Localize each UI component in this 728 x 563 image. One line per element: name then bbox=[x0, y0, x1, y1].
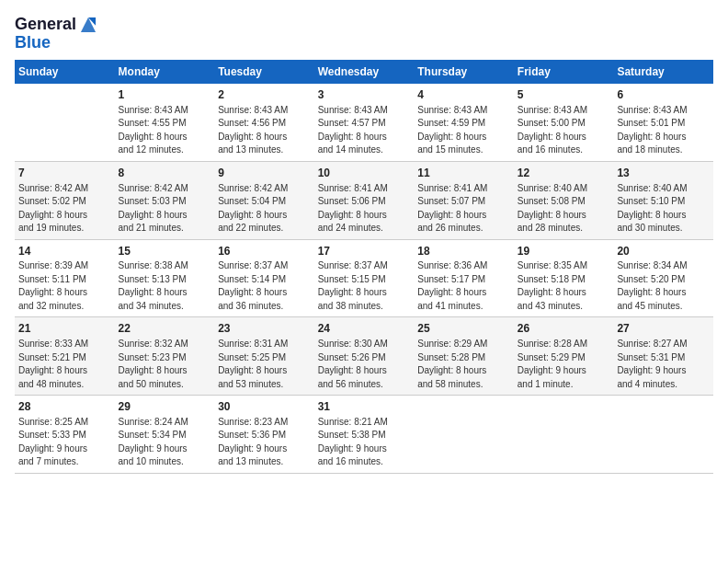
day-info: Sunrise: 8:43 AMSunset: 4:59 PMDaylight:… bbox=[417, 104, 510, 157]
day-info: Sunrise: 8:29 AMSunset: 5:28 PMDaylight:… bbox=[417, 338, 510, 391]
day-info: Sunrise: 8:41 AMSunset: 5:07 PMDaylight:… bbox=[417, 182, 510, 236]
logo: General Blue bbox=[15, 15, 98, 52]
page-header: General Blue bbox=[15, 15, 713, 52]
calendar-table: SundayMondayTuesdayWednesdayThursdayFrid… bbox=[15, 60, 713, 474]
day-cell bbox=[514, 396, 614, 474]
day-cell: 6Sunrise: 8:43 AMSunset: 5:01 PMDaylight… bbox=[613, 84, 713, 161]
logo-text: General bbox=[15, 16, 76, 34]
day-number: 12 bbox=[518, 166, 610, 181]
day-info: Sunrise: 8:41 AMSunset: 5:06 PMDaylight:… bbox=[318, 182, 411, 236]
day-info: Sunrise: 8:39 AMSunset: 5:11 PMDaylight:… bbox=[18, 259, 111, 313]
day-cell: 2Sunrise: 8:43 AMSunset: 4:56 PMDaylight… bbox=[214, 84, 314, 161]
day-number: 22 bbox=[119, 321, 211, 337]
day-number: 17 bbox=[318, 244, 411, 259]
day-number: 10 bbox=[318, 166, 411, 181]
day-number: 3 bbox=[318, 87, 411, 103]
day-info: Sunrise: 8:34 AMSunset: 5:20 PMDaylight:… bbox=[617, 259, 710, 313]
day-info: Sunrise: 8:21 AMSunset: 5:38 PMDaylight:… bbox=[318, 416, 411, 469]
day-info: Sunrise: 8:40 AMSunset: 5:10 PMDaylight:… bbox=[617, 182, 710, 236]
day-info: Sunrise: 8:35 AMSunset: 5:18 PMDaylight:… bbox=[518, 259, 610, 313]
day-cell: 30Sunrise: 8:23 AMSunset: 5:36 PMDayligh… bbox=[214, 396, 314, 474]
day-cell: 14Sunrise: 8:39 AMSunset: 5:11 PMDayligh… bbox=[15, 239, 115, 317]
day-cell: 17Sunrise: 8:37 AMSunset: 5:15 PMDayligh… bbox=[314, 239, 415, 317]
day-number: 21 bbox=[18, 321, 111, 337]
day-number: 1 bbox=[119, 87, 211, 103]
day-info: Sunrise: 8:42 AMSunset: 5:03 PMDaylight:… bbox=[119, 182, 211, 236]
day-cell: 22Sunrise: 8:32 AMSunset: 5:23 PMDayligh… bbox=[115, 317, 215, 396]
logo-blue: Blue bbox=[15, 33, 51, 52]
day-info: Sunrise: 8:32 AMSunset: 5:23 PMDaylight:… bbox=[119, 338, 211, 391]
day-cell: 7Sunrise: 8:42 AMSunset: 5:02 PMDaylight… bbox=[15, 161, 115, 239]
day-cell: 15Sunrise: 8:38 AMSunset: 5:13 PMDayligh… bbox=[115, 239, 215, 317]
logo-icon bbox=[78, 15, 98, 35]
day-number: 31 bbox=[318, 399, 411, 415]
day-info: Sunrise: 8:31 AMSunset: 5:25 PMDaylight:… bbox=[218, 338, 311, 391]
day-info: Sunrise: 8:37 AMSunset: 5:15 PMDaylight:… bbox=[318, 259, 411, 313]
day-number: 16 bbox=[218, 244, 311, 259]
day-cell: 3Sunrise: 8:43 AMSunset: 4:57 PMDaylight… bbox=[314, 84, 415, 161]
day-info: Sunrise: 8:37 AMSunset: 5:14 PMDaylight:… bbox=[218, 259, 311, 313]
day-number: 29 bbox=[119, 399, 211, 415]
day-info: Sunrise: 8:28 AMSunset: 5:29 PMDaylight:… bbox=[518, 338, 610, 391]
day-cell: 4Sunrise: 8:43 AMSunset: 4:59 PMDaylight… bbox=[414, 84, 514, 161]
day-number: 23 bbox=[218, 321, 311, 337]
day-number: 15 bbox=[119, 244, 211, 259]
day-info: Sunrise: 8:43 AMSunset: 5:01 PMDaylight:… bbox=[617, 104, 710, 157]
week-row-5: 28Sunrise: 8:25 AMSunset: 5:33 PMDayligh… bbox=[15, 396, 713, 474]
day-info: Sunrise: 8:42 AMSunset: 5:04 PMDaylight:… bbox=[218, 182, 311, 236]
day-cell: 20Sunrise: 8:34 AMSunset: 5:20 PMDayligh… bbox=[613, 239, 713, 317]
day-info: Sunrise: 8:24 AMSunset: 5:34 PMDaylight:… bbox=[119, 416, 211, 469]
day-number: 26 bbox=[518, 321, 610, 337]
day-number: 13 bbox=[617, 166, 710, 181]
day-info: Sunrise: 8:36 AMSunset: 5:17 PMDaylight:… bbox=[417, 259, 510, 313]
day-number: 30 bbox=[218, 399, 311, 415]
day-cell: 16Sunrise: 8:37 AMSunset: 5:14 PMDayligh… bbox=[214, 239, 314, 317]
day-info: Sunrise: 8:27 AMSunset: 5:31 PMDaylight:… bbox=[617, 338, 710, 391]
day-cell: 25Sunrise: 8:29 AMSunset: 5:28 PMDayligh… bbox=[414, 317, 514, 396]
day-number: 27 bbox=[617, 321, 710, 337]
day-cell: 29Sunrise: 8:24 AMSunset: 5:34 PMDayligh… bbox=[115, 396, 215, 474]
day-number: 5 bbox=[518, 87, 610, 103]
day-number: 11 bbox=[417, 166, 510, 181]
day-number: 8 bbox=[119, 166, 211, 181]
day-info: Sunrise: 8:42 AMSunset: 5:02 PMDaylight:… bbox=[18, 182, 111, 236]
week-row-3: 14Sunrise: 8:39 AMSunset: 5:11 PMDayligh… bbox=[15, 239, 713, 317]
col-header-monday: Monday bbox=[115, 60, 215, 84]
day-number: 20 bbox=[617, 244, 710, 259]
day-cell: 12Sunrise: 8:40 AMSunset: 5:08 PMDayligh… bbox=[514, 161, 614, 239]
col-header-tuesday: Tuesday bbox=[214, 60, 314, 84]
day-cell: 8Sunrise: 8:42 AMSunset: 5:03 PMDaylight… bbox=[115, 161, 215, 239]
day-number: 19 bbox=[518, 244, 610, 259]
day-cell: 28Sunrise: 8:25 AMSunset: 5:33 PMDayligh… bbox=[15, 396, 115, 474]
day-cell: 19Sunrise: 8:35 AMSunset: 5:18 PMDayligh… bbox=[514, 239, 614, 317]
day-number: 14 bbox=[18, 244, 111, 259]
day-cell: 27Sunrise: 8:27 AMSunset: 5:31 PMDayligh… bbox=[613, 317, 713, 396]
day-cell bbox=[414, 396, 514, 474]
day-cell bbox=[613, 396, 713, 474]
week-row-4: 21Sunrise: 8:33 AMSunset: 5:21 PMDayligh… bbox=[15, 317, 713, 396]
col-header-saturday: Saturday bbox=[613, 60, 713, 84]
day-info: Sunrise: 8:38 AMSunset: 5:13 PMDaylight:… bbox=[119, 259, 211, 313]
day-number: 6 bbox=[617, 87, 710, 103]
day-info: Sunrise: 8:30 AMSunset: 5:26 PMDaylight:… bbox=[318, 338, 411, 391]
day-number: 2 bbox=[218, 87, 311, 103]
day-number: 28 bbox=[18, 399, 111, 415]
day-number: 4 bbox=[417, 87, 510, 103]
day-cell: 24Sunrise: 8:30 AMSunset: 5:26 PMDayligh… bbox=[314, 317, 415, 396]
day-cell: 1Sunrise: 8:43 AMSunset: 4:55 PMDaylight… bbox=[115, 84, 215, 161]
col-header-friday: Friday bbox=[514, 60, 614, 84]
day-cell: 18Sunrise: 8:36 AMSunset: 5:17 PMDayligh… bbox=[414, 239, 514, 317]
col-header-wednesday: Wednesday bbox=[314, 60, 415, 84]
day-info: Sunrise: 8:43 AMSunset: 5:00 PMDaylight:… bbox=[518, 104, 610, 157]
day-cell bbox=[15, 84, 115, 161]
col-header-thursday: Thursday bbox=[414, 60, 514, 84]
day-cell: 31Sunrise: 8:21 AMSunset: 5:38 PMDayligh… bbox=[314, 396, 415, 474]
day-number: 24 bbox=[318, 321, 411, 337]
day-cell: 11Sunrise: 8:41 AMSunset: 5:07 PMDayligh… bbox=[414, 161, 514, 239]
day-info: Sunrise: 8:43 AMSunset: 4:57 PMDaylight:… bbox=[318, 104, 411, 157]
day-cell: 5Sunrise: 8:43 AMSunset: 5:00 PMDaylight… bbox=[514, 84, 614, 161]
day-number: 18 bbox=[417, 244, 510, 259]
day-info: Sunrise: 8:33 AMSunset: 5:21 PMDaylight:… bbox=[18, 338, 111, 391]
week-row-2: 7Sunrise: 8:42 AMSunset: 5:02 PMDaylight… bbox=[15, 161, 713, 239]
day-cell: 13Sunrise: 8:40 AMSunset: 5:10 PMDayligh… bbox=[613, 161, 713, 239]
